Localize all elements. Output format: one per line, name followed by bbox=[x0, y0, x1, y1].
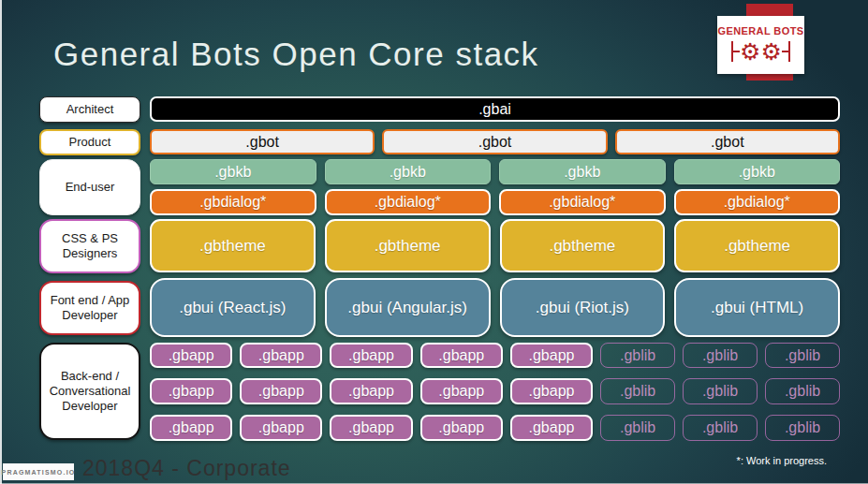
row-backend-3: .gbapp .gbapp .gbapp .gbapp .gbapp .gbli… bbox=[150, 415, 840, 441]
gbapp-box: .gbapp bbox=[240, 343, 322, 368]
gblib-box: .gblib bbox=[683, 415, 758, 441]
gbapp-box: .gbapp bbox=[150, 378, 232, 404]
gear-icon: ⚙ bbox=[740, 39, 760, 64]
gbapp-box: .gbapp bbox=[330, 415, 412, 441]
gblib-box: .gblib bbox=[765, 378, 840, 404]
page-title: General Bots Open Core stack bbox=[53, 36, 539, 73]
gbdialog-box: .gbdialog* bbox=[499, 189, 666, 215]
label-frontend-app-developer: Font end / App Developer bbox=[39, 281, 140, 335]
gbapp-box: .gbapp bbox=[330, 378, 412, 404]
gbkb-box: .gbkb bbox=[499, 159, 666, 184]
label-css-ps-designers: CSS & PS Designers bbox=[39, 219, 140, 273]
gblib-box: .gblib bbox=[600, 378, 675, 404]
gbapp-box: .gbapp bbox=[420, 415, 503, 441]
label-product: Product bbox=[39, 129, 140, 155]
gbapp-box: .gbapp bbox=[150, 343, 232, 368]
general-bots-logo: GENERAL BOTS ⚙ ⚙ bbox=[717, 16, 804, 74]
gbtheme-box: .gbtheme bbox=[325, 219, 491, 272]
gbapp-box: .gbapp bbox=[240, 378, 322, 404]
gear-icon: ⚙ bbox=[761, 39, 782, 64]
row-gbot: .gbot .gbot .gbot bbox=[150, 129, 840, 154]
label-backend-conversational-developer: Back-end / Conversational Developer bbox=[39, 343, 140, 440]
gbot-box: .gbot bbox=[150, 129, 375, 154]
gbkb-box: .gbkb bbox=[150, 159, 316, 184]
gbapp-box: .gbapp bbox=[510, 343, 593, 368]
gbapp-box: .gbapp bbox=[240, 415, 322, 441]
gblib-box: .gblib bbox=[765, 343, 840, 368]
label-end-user: End-user bbox=[39, 159, 140, 215]
row-gbtheme: .gbtheme .gbtheme .gbtheme .gbtheme bbox=[150, 219, 840, 272]
gear-end-bar-icon bbox=[788, 41, 790, 62]
gblib-box: .gblib bbox=[683, 343, 758, 368]
gbui-angular-box: .gbui (Angular.js) bbox=[325, 278, 491, 337]
gbdialog-box: .gbdialog* bbox=[150, 189, 316, 215]
row-gbkb: .gbkb .gbkb .gbkb .gbkb bbox=[150, 159, 840, 184]
slide: General Bots Open Core stack GENERAL BOT… bbox=[0, 0, 868, 484]
gbui-html-box: .gbui (HTML) bbox=[674, 278, 840, 337]
work-in-progress-footnote: *: Work in progress. bbox=[737, 455, 827, 466]
gblib-box: .gblib bbox=[683, 378, 758, 404]
label-architect: Architect bbox=[39, 96, 140, 123]
gbui-react-box: .gbui (React.js) bbox=[150, 278, 316, 337]
gblib-box: .gblib bbox=[600, 343, 675, 368]
pragmatismo-watermark: PRAGMATISMO.IO bbox=[3, 463, 74, 480]
gear-axle-icon bbox=[782, 51, 788, 52]
footer-quarter-text: 2018Q4 - Corporate bbox=[82, 456, 291, 481]
row-gbdialog: .gbdialog* .gbdialog* .gbdialog* .gbdial… bbox=[150, 189, 840, 215]
logo-gears: ⚙ ⚙ bbox=[731, 37, 790, 66]
gbkb-box: .gbkb bbox=[325, 159, 492, 184]
gbtheme-box: .gbtheme bbox=[674, 219, 840, 272]
gbot-box: .gbot bbox=[615, 129, 840, 154]
gblib-box: .gblib bbox=[765, 415, 840, 441]
gbdialog-box: .gbdialog* bbox=[325, 189, 492, 215]
row-gbai: .gbai bbox=[150, 96, 840, 122]
gbapp-box: .gbapp bbox=[510, 378, 593, 404]
slide-left-edge bbox=[0, 0, 2, 484]
gbdialog-box: .gbdialog* bbox=[674, 189, 841, 215]
gbapp-box: .gbapp bbox=[510, 415, 593, 441]
gbapp-box: .gbapp bbox=[420, 343, 503, 368]
gbui-riot-box: .gbui (Riot.js) bbox=[500, 278, 666, 337]
gbtheme-box: .gbtheme bbox=[150, 219, 316, 272]
gbtheme-box: .gbtheme bbox=[500, 219, 666, 272]
gblib-box: .gblib bbox=[600, 415, 675, 441]
row-backend-1: .gbapp .gbapp .gbapp .gbapp .gbapp .gbli… bbox=[150, 343, 840, 368]
row-gbui: .gbui (React.js) .gbui (Angular.js) .gbu… bbox=[150, 278, 840, 337]
gbapp-box: .gbapp bbox=[330, 343, 412, 368]
gbkb-box: .gbkb bbox=[674, 159, 841, 184]
row-backend-2: .gbapp .gbapp .gbapp .gbapp .gbapp .gbli… bbox=[150, 378, 840, 404]
gbot-box: .gbot bbox=[382, 129, 607, 154]
gear-axle-icon bbox=[733, 51, 740, 52]
gbapp-box: .gbapp bbox=[420, 378, 503, 404]
gbai-box: .gbai bbox=[150, 96, 840, 122]
logo-brand-text: GENERAL BOTS bbox=[718, 25, 804, 37]
gbapp-box: .gbapp bbox=[150, 415, 232, 441]
